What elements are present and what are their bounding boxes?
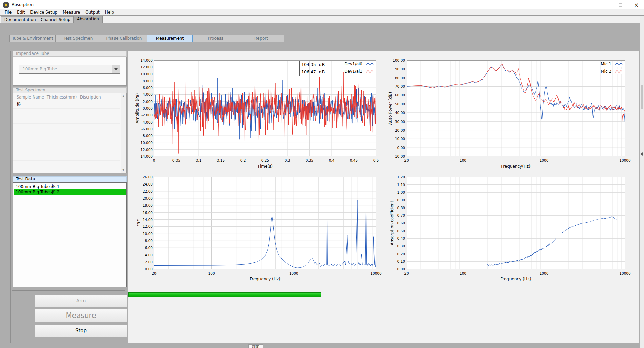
legend-plot-icon[interactable] [614, 62, 623, 67]
chart-frf: 26.0024.0022.0020.0018.0016.0014.0012.00… [154, 177, 376, 269]
y-axis-title: Absorption coefficient [390, 201, 394, 245]
close-button[interactable]: × [631, 0, 641, 9]
x-tick-label: 0.45 [342, 158, 366, 163]
y-tick-label: 0.70 [386, 213, 405, 218]
y-tick-label: 10.000 [133, 72, 153, 77]
hidden-tab-draw[interactable]: 画图 [248, 344, 263, 348]
arm-button-label: Arm [76, 298, 86, 303]
y-tick-label: -8.000 [133, 133, 153, 138]
subtab-test-specimen[interactable]: Test Specimen [55, 35, 101, 42]
tab-documentation[interactable]: Documentation [1, 16, 40, 23]
plot-area [154, 177, 376, 269]
pane-splitter[interactable] [10, 51, 11, 343]
subtabs: Tube & EnvironmentTest SpecimenPhase Cal… [9, 35, 287, 42]
hidden-tab-label: 画图 [252, 345, 259, 348]
close-icon: × [634, 2, 639, 8]
y-tick-label: 0.10 [386, 259, 405, 264]
y-tick-label: 6.00 [133, 245, 153, 250]
chart-absorption-coefficient: 1.201.101.000.900.800.700.600.500.400.30… [407, 177, 625, 269]
progress-bar [128, 292, 324, 297]
level-indicator-unit: dB [319, 62, 325, 67]
subtab-process[interactable]: Process [192, 35, 238, 42]
test-data-item-1[interactable]: 100mm Big Tube-棉-1 [14, 184, 126, 189]
x-tick-label: 0.05 [165, 158, 188, 163]
arm-button[interactable]: Arm [35, 294, 127, 307]
minimize-button[interactable] [600, 0, 610, 9]
legend-label-mic-1[interactable]: Mic 1 [574, 62, 611, 66]
y-tick-label: 70.00 [386, 84, 405, 89]
menu-item-edit[interactable]: Edit [14, 9, 27, 16]
level-indicator: 106.47dB [301, 69, 325, 74]
x-axis-title: Frequency (Hz) [407, 277, 625, 281]
x-tick-label: 100 [451, 158, 475, 163]
y-tick-label: 0.30 [386, 244, 405, 248]
legend-plot-icon[interactable] [614, 69, 623, 74]
scroll-up-icon[interactable]: ▲ [122, 95, 124, 98]
tab-absorption[interactable]: Absorption [73, 16, 103, 23]
maximize-icon [619, 3, 622, 7]
subtab-report[interactable]: Report [238, 35, 284, 42]
y-tick-label: 12.00 [133, 224, 153, 229]
stop-button-label: Stop [75, 328, 87, 334]
y-tick-label: 22.00 [133, 189, 153, 194]
minimize-icon [603, 5, 607, 5]
menu-item-file[interactable]: File [2, 9, 14, 16]
menu-item-output[interactable]: Output [83, 9, 102, 16]
x-tick-label: 0.35 [298, 158, 321, 163]
test-data-list[interactable]: 100mm Big Tube-棉-1100mm Big Tube-棉-2 [13, 182, 127, 287]
menu-item-measure[interactable]: Measure [60, 9, 83, 16]
table-gridline [13, 123, 120, 124]
titlebar: Absorption × [0, 0, 644, 9]
pane-collapse-icon[interactable] [640, 152, 643, 156]
subtab-tube-environment[interactable]: Tube & Environment [9, 35, 56, 42]
y-tick-label: -6.000 [133, 127, 153, 131]
x-tick-label: 0.15 [209, 158, 233, 163]
test-data-item-2[interactable]: 100mm Big Tube-棉-2 [14, 189, 126, 195]
measure-button[interactable]: Measure [35, 309, 127, 322]
stop-button[interactable]: Stop [35, 324, 127, 337]
x-tick-label: 0.3 [275, 158, 299, 163]
x-tick-label: 10000 [364, 271, 388, 276]
y-tick-label: 0.40 [386, 236, 405, 241]
x-tick-label: 20 [395, 158, 418, 163]
legend-label-dev1-ai0[interactable]: Dev1/ai0 [325, 62, 362, 66]
y-tick-label: 20.00 [133, 196, 153, 201]
y-tick-label: 18.00 [133, 203, 153, 208]
y-tick-label: 1.20 [386, 175, 405, 179]
test-specimen-table[interactable]: Sample NameThickness(mm)Discription 棉 ▲ … [13, 93, 127, 173]
dropdown-button[interactable] [112, 65, 120, 73]
scrollbar-thumb[interactable] [641, 85, 643, 109]
chevron-down-icon [114, 68, 118, 70]
table-gridline [13, 146, 120, 146]
level-indicator-value: 106.47 [301, 69, 316, 74]
right-scrollbar[interactable] [640, 16, 644, 348]
legend-label-dev1-ai1[interactable]: Dev1/ai1 [325, 69, 362, 74]
subtab-measurement[interactable]: Measurement [147, 35, 193, 42]
column-header-thickness-mm: Thickness(mm) [47, 95, 77, 100]
maximize-button[interactable] [616, 0, 626, 9]
labview-arrow-icon [5, 3, 8, 7]
menu-item-help[interactable]: Help [102, 9, 117, 16]
impedance-tube-select[interactable]: 100mm Big Tube [19, 65, 120, 74]
table-scrollbar[interactable]: ▲ ▼ [121, 93, 126, 173]
x-axis-title: Frequency(Hz) [407, 164, 625, 169]
y-tick-label: 4.00 [133, 253, 153, 257]
table-cell[interactable]: 棉 [17, 101, 21, 107]
subtab-phase-calibration[interactable]: Phase Calibration [101, 35, 147, 42]
table-gridline [13, 138, 120, 138]
x-tick-label: 10000 [613, 271, 637, 276]
tab-channel-setup[interactable]: Channel Setup [37, 16, 74, 23]
y-tick-label: 2.00 [133, 260, 153, 264]
level-indicator-unit: dB [319, 69, 325, 74]
y-tick-label: 90.00 [386, 67, 405, 71]
legend-label-mic-2[interactable]: Mic 2 [574, 69, 611, 74]
column-header-discription: Discription [80, 95, 101, 100]
menu-item-device-setup[interactable]: Device Setup [27, 9, 60, 16]
scroll-down-icon[interactable]: ▼ [122, 168, 124, 171]
y-tick-label: 8.00 [133, 238, 153, 243]
plot-area [407, 60, 625, 156]
y-tick-label: 24.00 [133, 182, 153, 187]
y-tick-label: 1.00 [386, 190, 405, 195]
legend-plot-icon[interactable] [365, 62, 374, 67]
legend-plot-icon[interactable] [365, 69, 374, 74]
